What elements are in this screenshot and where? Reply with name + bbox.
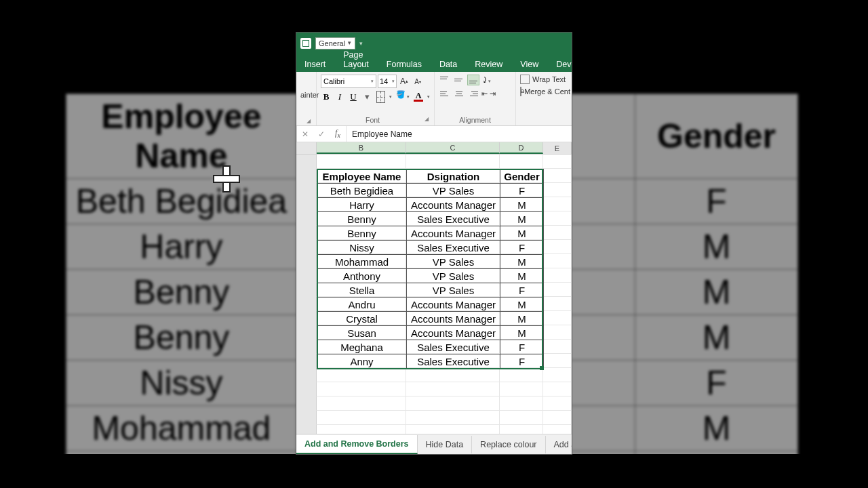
cell-name[interactable]: Anthony	[317, 269, 407, 283]
underline-button[interactable]: U	[348, 91, 359, 103]
table-row[interactable]: AndruAccounts ManagerM	[317, 298, 544, 312]
align-right-button[interactable]	[467, 88, 479, 99]
cell-gender[interactable]: F	[500, 241, 544, 255]
cell-name[interactable]: Andru	[317, 298, 407, 312]
underline-chevron-icon[interactable]: ▾	[361, 91, 372, 103]
table-row[interactable]: AnnySales ExecutiveF	[317, 354, 544, 369]
enter-formula-button[interactable]: ✓	[313, 129, 330, 139]
tab-formulas[interactable]: Formulas	[382, 57, 426, 72]
tab-review[interactable]: Review	[471, 57, 507, 72]
align-bottom-button[interactable]	[467, 75, 479, 85]
increase-indent-button[interactable]: ⇥	[490, 89, 496, 98]
cell-gender[interactable]: M	[500, 312, 544, 326]
cell-gender[interactable]: M	[500, 326, 544, 340]
cell-name[interactable]: Benny	[317, 212, 407, 226]
cell-gender[interactable]: F	[500, 283, 544, 298]
cell-designation[interactable]: Accounts Manager	[407, 326, 500, 340]
align-top-button[interactable]	[439, 75, 451, 85]
cell-designation[interactable]: Sales Executive	[407, 354, 500, 369]
dialog-launcher-icon[interactable]: ◢	[425, 116, 429, 122]
cell-designation[interactable]: Sales Executive	[407, 340, 500, 354]
cell-name[interactable]: Mohammad	[317, 255, 407, 269]
cell-designation[interactable]: Accounts Manager	[407, 198, 500, 212]
table-row[interactable]: Beth BegidieaVP SalesF	[317, 184, 544, 198]
shrink-font-button[interactable]: A▾	[412, 75, 424, 88]
format-painter-button[interactable]: ainter	[300, 91, 312, 99]
cell-designation[interactable]: VP Sales	[407, 255, 500, 269]
cell-name[interactable]: Nissy	[317, 241, 407, 255]
cell-designation[interactable]: VP Sales	[407, 184, 500, 198]
customize-qat-icon[interactable]: ▾	[359, 40, 363, 47]
merge-center-button[interactable]: Merge & Cent	[520, 87, 570, 96]
cell-gender[interactable]: F	[500, 340, 544, 354]
fill-color-button[interactable]	[396, 92, 403, 102]
cell-gender[interactable]: F	[500, 184, 544, 198]
header-name[interactable]: Employee Name	[317, 169, 407, 184]
sheet-tab-add-remove-borders[interactable]: Add and Remove Borders	[296, 435, 418, 454]
cell-gender[interactable]: M	[500, 212, 544, 226]
table-row[interactable]: StellaVP SalesF	[317, 283, 544, 298]
table-row[interactable]: BennySales ExecutiveM	[317, 212, 544, 226]
cell-designation[interactable]: VP Sales	[407, 269, 500, 283]
table-row[interactable]: MeghanaSales ExecutiveF	[317, 340, 544, 354]
font-name-dropdown[interactable]: Calibri▾	[321, 75, 376, 88]
sheet-tab-add-automatic[interactable]: Add automatic S	[546, 436, 572, 453]
tab-insert[interactable]: Insert	[300, 57, 330, 72]
save-icon[interactable]	[300, 38, 311, 49]
cell-designation[interactable]: Sales Executive	[407, 212, 500, 226]
cell-designation[interactable]: Accounts Manager	[407, 312, 500, 326]
cell-name[interactable]: Susan	[317, 326, 407, 340]
table-row[interactable]: MohammadVP SalesM	[317, 255, 544, 269]
table-row[interactable]: AnthonyVP SalesM	[317, 269, 544, 283]
cell-gender[interactable]: M	[500, 198, 544, 212]
column-header-e[interactable]: E	[543, 142, 572, 154]
cell-gender[interactable]: M	[500, 255, 544, 269]
cell-name[interactable]: Benny	[317, 226, 407, 241]
employee-table[interactable]: Employee Name Dsignation Gender Beth Beg…	[317, 169, 544, 369]
column-header-b[interactable]: B	[317, 142, 406, 154]
cell-name[interactable]: Crystal	[317, 312, 407, 326]
tab-developer[interactable]: Developer	[552, 57, 572, 72]
cell-name[interactable]: Harry	[317, 198, 407, 212]
tab-page-layout[interactable]: Page Layout	[339, 47, 373, 72]
tab-data[interactable]: Data	[435, 57, 461, 72]
header-gender[interactable]: Gender	[500, 169, 544, 184]
column-header-d[interactable]: D	[500, 142, 543, 154]
cell-designation[interactable]: Sales Executive	[407, 241, 500, 255]
decrease-indent-button[interactable]: ⇤	[481, 89, 488, 98]
spreadsheet-grid[interactable]: B C D E Employee Name Dsignation Gender …	[296, 142, 572, 434]
wrap-text-button[interactable]: Wrap Text	[520, 75, 570, 84]
cell-designation[interactable]: Accounts Manager	[407, 298, 500, 312]
cell-gender[interactable]: M	[500, 269, 544, 283]
table-row[interactable]: CrystalAccounts ManagerM	[317, 312, 544, 326]
font-size-dropdown[interactable]: 14▾	[378, 75, 397, 88]
table-row[interactable]: SusanAccounts ManagerM	[317, 326, 544, 340]
italic-button[interactable]: I	[334, 91, 345, 103]
dialog-launcher-icon[interactable]: ◢	[307, 118, 311, 124]
orientation-button[interactable]: ⤸▾	[481, 75, 491, 85]
cell-name[interactable]: Meghana	[317, 340, 407, 354]
cell-gender[interactable]: M	[500, 298, 544, 312]
cell-name[interactable]: Stella	[317, 283, 407, 298]
header-designation[interactable]: Dsignation	[407, 169, 500, 184]
cancel-formula-button[interactable]: ✕	[297, 129, 313, 139]
table-row[interactable]: HarryAccounts ManagerM	[317, 198, 544, 212]
select-all-corner[interactable]	[296, 142, 317, 154]
cell-gender[interactable]: M	[500, 226, 544, 241]
cell-name[interactable]: Beth Begidiea	[317, 184, 407, 198]
cell-name[interactable]: Anny	[317, 354, 407, 369]
font-color-button[interactable]: A	[414, 92, 423, 102]
insert-function-button[interactable]: fx	[330, 128, 346, 139]
sheet-tab-hide-data[interactable]: Hide Data	[418, 436, 473, 453]
align-left-button[interactable]	[439, 88, 451, 99]
cell-designation[interactable]: Accounts Manager	[407, 226, 500, 241]
align-center-button[interactable]	[453, 88, 465, 99]
column-header-c[interactable]: C	[406, 142, 500, 154]
table-row[interactable]: BennyAccounts ManagerM	[317, 226, 544, 241]
cell-gender[interactable]: F	[500, 354, 544, 369]
table-row[interactable]: NissySales ExecutiveF	[317, 241, 544, 255]
align-middle-button[interactable]	[453, 75, 465, 85]
bold-button[interactable]: B	[321, 91, 332, 103]
cell-designation[interactable]: VP Sales	[407, 283, 500, 298]
borders-button[interactable]	[376, 91, 385, 103]
